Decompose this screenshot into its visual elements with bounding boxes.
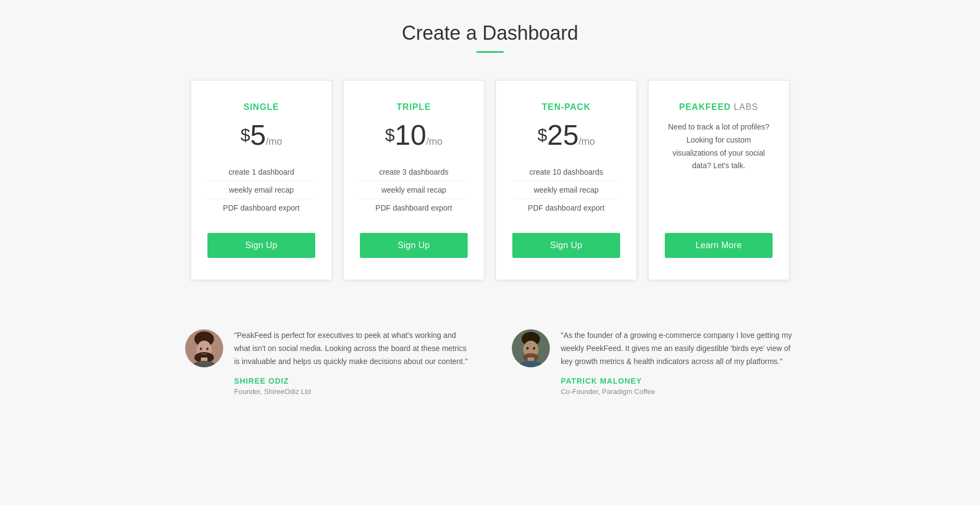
- testimonials-section: "PeakFeed is perfect for executives to p…: [109, 318, 871, 396]
- feature-item: create 1 dashboard: [207, 163, 315, 181]
- plan-name-triple: TRIPLE: [397, 102, 431, 112]
- page-title-section: Create a Dashboard: [109, 22, 871, 53]
- avatar-shiree: [185, 329, 223, 367]
- testimonial-role-patrick: Co-Founder, Paradigm Coffee: [561, 387, 795, 396]
- testimonial-quote-shiree: "PeakFeed is perfect for executives to p…: [234, 329, 468, 368]
- learn-more-button[interactable]: Learn More: [665, 233, 773, 258]
- testimonial-content-patrick: "As the founder of a growing e-commerce …: [561, 329, 795, 396]
- testimonial-patrick: "As the founder of a growing e-commerce …: [512, 329, 795, 396]
- testimonial-quote-patrick: "As the founder of a growing e-commerce …: [561, 329, 795, 368]
- pricing-card-peakfeed-labs: PEAKFEED LABS Need to track a lot of pro…: [648, 80, 789, 280]
- feature-item: weekly email recap: [360, 181, 468, 199]
- svg-point-6: [200, 348, 202, 350]
- feature-item: weekly email recap: [207, 181, 315, 199]
- feature-item: PDF dashboard export: [207, 199, 315, 217]
- currency-tenpack: $: [537, 126, 547, 144]
- feature-item: PDF dashboard export: [360, 199, 468, 217]
- feature-item: create 10 dashboards: [512, 163, 620, 181]
- signup-button-triple[interactable]: Sign Up: [360, 233, 468, 258]
- features-tenpack: create 10 dashboards weekly email recap …: [512, 163, 620, 217]
- period-triple: /mo: [426, 136, 443, 147]
- pricing-cards: SINGLE $5/mo create 1 dashboard weekly e…: [109, 80, 871, 280]
- period-tenpack: /mo: [579, 136, 595, 147]
- price-triple: $10/mo: [385, 121, 443, 149]
- plan-name-single: SINGLE: [243, 102, 279, 112]
- features-triple: create 3 dashboards weekly email recap P…: [360, 163, 468, 217]
- plan-suffix: LABS: [734, 102, 758, 112]
- currency-single: $: [241, 126, 250, 144]
- feature-item: PDF dashboard export: [512, 199, 620, 217]
- pricing-card-triple: TRIPLE $10/mo create 3 dashboards weekly…: [343, 80, 485, 280]
- testimonial-name-shiree: SHIREE ODIZ: [234, 377, 468, 385]
- pricing-card-tenpack: TEN-PACK $25/mo create 10 dashboards wee…: [495, 80, 637, 280]
- page-wrapper: Create a Dashboard SINGLE $5/mo create 1…: [0, 0, 980, 428]
- svg-point-15: [533, 347, 535, 350]
- pricing-card-single: SINGLE $5/mo create 1 dashboard weekly e…: [191, 80, 332, 280]
- testimonial-name-patrick: PATRICK MALONEY: [561, 377, 795, 385]
- price-single: $5/mo: [241, 121, 283, 149]
- features-single: create 1 dashboard weekly email recap PD…: [207, 163, 315, 217]
- price-tenpack: $25/mo: [537, 121, 595, 149]
- peakfeed-labs-description: Need to track a lot of profiles? Looking…: [665, 121, 773, 173]
- testimonial-shiree: "PeakFeed is perfect for executives to p…: [185, 329, 468, 396]
- plan-name-tenpack: TEN-PACK: [542, 102, 590, 112]
- period-single: /mo: [266, 136, 282, 147]
- title-underline: [476, 51, 504, 53]
- testimonial-role-shiree: Founder, ShireeOdiz Ltd: [234, 387, 468, 396]
- signup-button-single[interactable]: Sign Up: [207, 233, 315, 258]
- svg-point-14: [526, 347, 529, 350]
- feature-item: weekly email recap: [512, 181, 620, 199]
- plan-name-peakfeed-labs: PEAKFEED LABS: [679, 102, 758, 112]
- signup-button-tenpack[interactable]: Sign Up: [512, 233, 620, 258]
- feature-item: create 3 dashboards: [360, 163, 468, 181]
- svg-point-7: [206, 348, 209, 350]
- testimonial-content-shiree: "PeakFeed is perfect for executives to p…: [234, 329, 468, 396]
- currency-triple: $: [385, 126, 395, 144]
- page-title: Create a Dashboard: [109, 22, 871, 45]
- avatar-patrick: [512, 329, 550, 367]
